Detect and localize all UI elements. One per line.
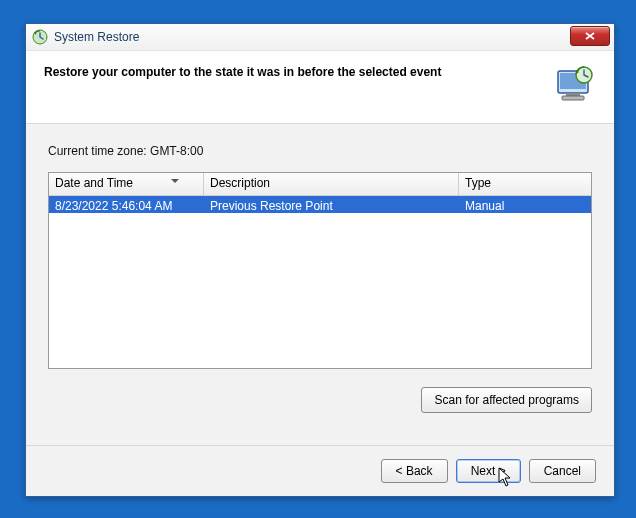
column-label: Type (465, 176, 491, 190)
wizard-heading: Restore your computer to the state it wa… (44, 65, 441, 79)
table-header: Date and Time Description Type (49, 173, 591, 196)
column-description[interactable]: Description (204, 173, 459, 195)
window-title: System Restore (54, 30, 139, 44)
wizard-footer: < Back Next > Cancel (26, 445, 614, 496)
scan-for-affected-programs-button[interactable]: Scan for affected programs (421, 387, 592, 413)
titlebar: System Restore (26, 24, 614, 51)
timezone-label: Current time zone: GMT-8:00 (48, 144, 592, 158)
cell-date: 8/23/2022 5:46:04 AM (49, 196, 204, 213)
table-row[interactable]: 8/23/2022 5:46:04 AM Previous Restore Po… (49, 196, 591, 213)
column-label: Date and Time (55, 176, 133, 190)
close-button[interactable] (570, 26, 610, 46)
system-restore-window: System Restore Restore your computer to … (25, 23, 615, 497)
column-date-and-time[interactable]: Date and Time (49, 173, 204, 195)
wizard-body: Current time zone: GMT-8:00 Date and Tim… (26, 124, 614, 448)
cell-description: Previous Restore Point (204, 196, 459, 213)
cell-type: Manual (459, 196, 584, 213)
sort-descending-icon (171, 179, 179, 183)
restore-monitor-icon (554, 65, 596, 105)
column-type[interactable]: Type (459, 173, 584, 195)
next-button[interactable]: Next > (456, 459, 521, 483)
restore-points-table[interactable]: Date and Time Description Type 8/23/2022… (48, 172, 592, 369)
back-button[interactable]: < Back (381, 459, 448, 483)
svg-rect-5 (562, 96, 584, 100)
cancel-button[interactable]: Cancel (529, 459, 596, 483)
wizard-header: Restore your computer to the state it wa… (26, 51, 614, 124)
system-restore-icon (32, 29, 48, 45)
scan-button-row: Scan for affected programs (48, 387, 592, 413)
column-label: Description (210, 176, 270, 190)
